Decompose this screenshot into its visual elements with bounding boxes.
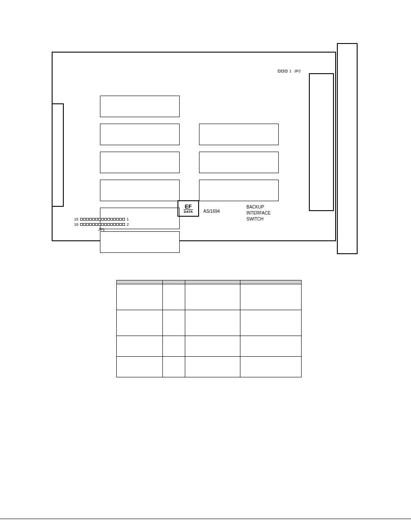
cell-3-3	[185, 336, 240, 357]
ef-bottom-text: DATA	[184, 209, 193, 214]
jp2-dot-3	[285, 70, 287, 72]
jp2-dot-1	[278, 70, 280, 72]
jp1-left-label: 15	[74, 217, 78, 221]
component-box-2	[100, 124, 180, 145]
cell-4-1	[117, 357, 163, 377]
col-header-3	[185, 280, 240, 284]
cell-2-2	[163, 310, 185, 336]
jp1-left2-label: 16	[74, 222, 78, 227]
reference-table	[116, 280, 302, 377]
component-box-7	[199, 124, 279, 145]
cell-2-3	[185, 310, 240, 336]
col-header-2	[163, 280, 185, 284]
component-box-6	[100, 231, 180, 253]
col-header-4	[240, 280, 302, 284]
table-row	[117, 284, 302, 310]
component-box-8	[199, 152, 279, 173]
part-number-label: AS/1694	[203, 209, 220, 214]
data-table	[116, 280, 302, 377]
cell-3-4	[240, 336, 302, 357]
cell-1-1	[117, 284, 163, 310]
component-box-9	[199, 180, 279, 201]
table-row	[117, 357, 302, 377]
cell-3-2	[163, 336, 185, 357]
cell-1-3	[185, 284, 240, 310]
component-box-3	[100, 152, 180, 173]
jp2-connector: 1 JP2	[278, 69, 301, 73]
cell-1-4	[240, 284, 302, 310]
component-box-4	[100, 180, 180, 201]
cell-4-2	[163, 357, 185, 377]
ef-data-logo: EF DATA	[177, 200, 199, 217]
jp1-name-label: JP1	[74, 227, 129, 232]
component-box-1	[100, 96, 180, 117]
cell-4-3	[185, 357, 240, 377]
left-connector-block	[52, 103, 64, 207]
backup-line3: SWITCH	[246, 216, 271, 222]
cell-3-1	[117, 336, 163, 357]
cell-2-1	[117, 310, 163, 336]
ef-top-text: EF	[185, 204, 192, 209]
table-row	[117, 336, 302, 357]
jp1-right2-label: 2	[127, 222, 129, 227]
inner-right-panel	[309, 73, 334, 211]
backup-line1: BACKUP	[246, 204, 271, 210]
cell-4-4	[240, 357, 302, 377]
bottom-divider-line	[0, 519, 411, 520]
cell-2-4	[240, 310, 302, 336]
jp2-number-label: 1	[289, 69, 291, 73]
col-header-1	[117, 280, 163, 284]
table-header-row	[117, 280, 302, 284]
backup-line2: INTERFACE	[246, 210, 271, 216]
pcb-outline: 1 JP2 EF DATA AS/1694 BACKUP INTERFACE S…	[52, 52, 336, 241]
backup-interface-switch-label: BACKUP INTERFACE SWITCH	[246, 204, 271, 222]
jp2-dot-2	[281, 70, 284, 72]
jp1-right-label: 1	[127, 217, 129, 221]
board-diagram: 1 JP2 EF DATA AS/1694 BACKUP INTERFACE S…	[43, 43, 358, 254]
jp2-name-label: JP2	[294, 69, 301, 73]
table-row	[117, 310, 302, 336]
cell-1-2	[163, 284, 185, 310]
jp1-connector: 15 1 16	[74, 217, 129, 232]
right-edge-connector	[337, 43, 358, 254]
